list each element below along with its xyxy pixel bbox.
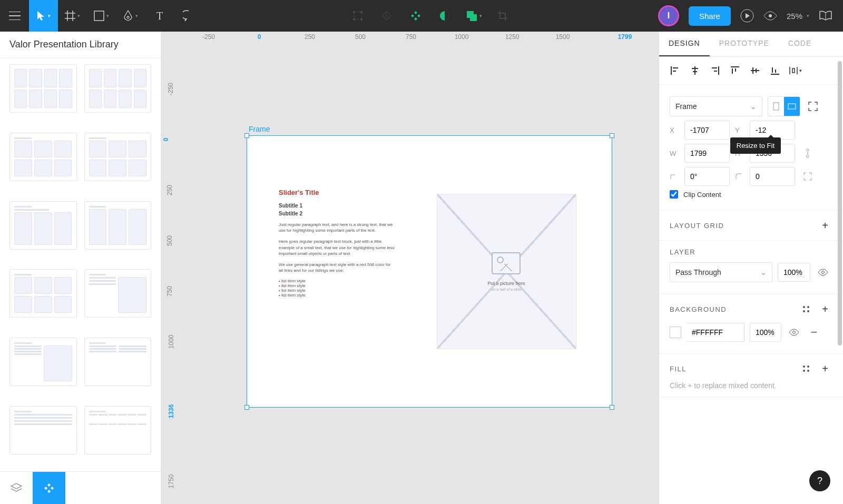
scrollbar-thumb[interactable] <box>838 61 842 345</box>
align-top-button[interactable] <box>727 62 743 79</box>
help-button[interactable]: ? <box>809 470 830 491</box>
remove-background-button[interactable]: − <box>807 325 821 340</box>
component-outline-tool[interactable] <box>344 0 373 32</box>
thumbnail[interactable] <box>9 133 77 181</box>
create-component-tool[interactable] <box>401 0 430 32</box>
thumbnail[interactable] <box>9 406 77 454</box>
layer-opacity-input[interactable] <box>778 263 810 282</box>
x-input[interactable] <box>684 121 730 140</box>
svg-point-4 <box>360 11 362 13</box>
svg-point-23 <box>807 370 809 372</box>
background-opacity-input[interactable] <box>750 323 781 342</box>
slide-paragraph: We use general paragraph text style with… <box>279 262 395 273</box>
svg-point-14 <box>822 271 825 274</box>
ruler-horizontal: -250 0 250 500 750 1000 1250 1500 1799 <box>177 32 659 44</box>
clip-content-checkbox[interactable] <box>670 190 678 199</box>
mask-tool[interactable] <box>430 0 459 32</box>
thumbnail[interactable] <box>9 201 77 250</box>
svg-point-3 <box>353 11 355 13</box>
thumbnail[interactable] <box>9 338 77 386</box>
crop-tool[interactable] <box>488 0 517 32</box>
width-input[interactable] <box>684 144 730 163</box>
add-fill-button[interactable]: + <box>818 361 832 376</box>
background-swatch[interactable] <box>670 327 681 338</box>
selected-frame[interactable]: Slider's Title Subtitle 1 Subtitle 2 Jus… <box>247 135 612 408</box>
fill-title: FILL <box>670 365 687 373</box>
frame-label[interactable]: Frame <box>249 125 270 133</box>
tab-code[interactable]: CODE <box>779 32 821 56</box>
corner-input[interactable] <box>750 167 795 186</box>
move-tool[interactable]: ▾ <box>29 0 58 32</box>
align-bottom-button[interactable] <box>767 62 783 79</box>
image-icon <box>492 252 521 274</box>
library-button[interactable] <box>819 11 832 21</box>
user-avatar[interactable]: I <box>658 5 679 26</box>
svg-point-21 <box>807 365 809 368</box>
frame-tool[interactable]: ▾ <box>58 0 87 32</box>
thumbnail[interactable] <box>84 201 152 250</box>
fill-styles-button[interactable] <box>799 361 813 376</box>
canvas-area[interactable]: -250 0 250 500 750 1000 1250 1500 1799 -… <box>161 32 659 504</box>
menu-button[interactable] <box>0 0 29 32</box>
svg-point-17 <box>803 310 805 312</box>
tab-prototype[interactable]: PROTOTYPE <box>710 32 779 56</box>
svg-point-20 <box>803 365 805 368</box>
share-button[interactable]: Share <box>689 6 731 26</box>
frame-preset-dropdown[interactable]: Frame⌄ <box>670 96 762 116</box>
add-background-button[interactable]: + <box>818 302 832 317</box>
pen-tool[interactable]: ▾ <box>116 0 145 32</box>
orientation-toggle[interactable] <box>768 96 800 116</box>
align-vcenter-button[interactable] <box>747 62 763 79</box>
portrait-option[interactable] <box>768 97 784 116</box>
distribute-button[interactable]: ▾ <box>787 62 803 79</box>
blend-mode-dropdown[interactable]: Pass Through⌄ <box>670 262 772 282</box>
resize-to-fit-tooltip: Resize to Fit <box>730 137 781 154</box>
background-hex-input[interactable] <box>687 323 744 342</box>
thumbnail[interactable] <box>9 64 77 113</box>
layer-visibility-button[interactable] <box>816 265 830 280</box>
svg-rect-12 <box>773 103 779 110</box>
independent-corners-button[interactable] <box>800 169 815 184</box>
rotation-input[interactable] <box>684 167 730 186</box>
shape-tool[interactable]: ▾ <box>87 0 116 32</box>
zoom-dropdown[interactable]: 25%▾ <box>787 12 809 21</box>
align-left-button[interactable] <box>666 62 683 79</box>
image-placeholder: Put a picture here on a half of a slide <box>437 194 576 349</box>
assets-tab-button[interactable] <box>33 472 65 504</box>
svg-point-16 <box>807 306 809 308</box>
thumbnail[interactable] <box>84 269 152 318</box>
reset-tool[interactable] <box>373 0 401 32</box>
present-button[interactable] <box>740 9 754 23</box>
svg-point-22 <box>803 370 805 372</box>
resize-to-fit-button[interactable] <box>806 99 820 114</box>
component-thumbnails <box>0 58 161 471</box>
svg-point-5 <box>353 18 355 21</box>
layers-tab-button[interactable] <box>0 472 33 504</box>
thumbnail[interactable] <box>84 64 152 113</box>
align-right-button[interactable] <box>707 62 723 79</box>
svg-point-11 <box>769 14 772 17</box>
thumbnail[interactable] <box>84 338 152 386</box>
svg-text:T: T <box>156 11 162 21</box>
background-visibility-button[interactable] <box>787 325 801 340</box>
text-tool[interactable]: T <box>145 0 174 32</box>
svg-point-6 <box>360 18 362 21</box>
constrain-proportions-button[interactable] <box>800 146 815 161</box>
preview-button[interactable] <box>763 11 777 21</box>
thumbnail[interactable] <box>84 133 152 181</box>
background-title: BACKGROUND <box>670 305 727 313</box>
add-layout-grid-button[interactable]: + <box>818 218 832 233</box>
landscape-option[interactable] <box>784 97 800 116</box>
scrollbar-track[interactable] <box>838 61 842 499</box>
thumbnail[interactable] <box>9 269 77 318</box>
background-styles-button[interactable] <box>799 302 813 317</box>
tab-design[interactable]: DESIGN <box>659 32 710 56</box>
boolean-tool[interactable]: ▾ <box>459 0 488 32</box>
comment-tool[interactable] <box>174 0 203 32</box>
svg-point-18 <box>807 310 809 312</box>
thumbnail[interactable] <box>84 406 152 454</box>
slide-paragraph: Here goes regular paragraph text block, … <box>279 239 395 256</box>
slide-title: Slider's Title <box>279 189 433 196</box>
align-hcenter-button[interactable] <box>687 62 703 79</box>
left-panel: Valor Presentation Library <box>0 32 161 504</box>
